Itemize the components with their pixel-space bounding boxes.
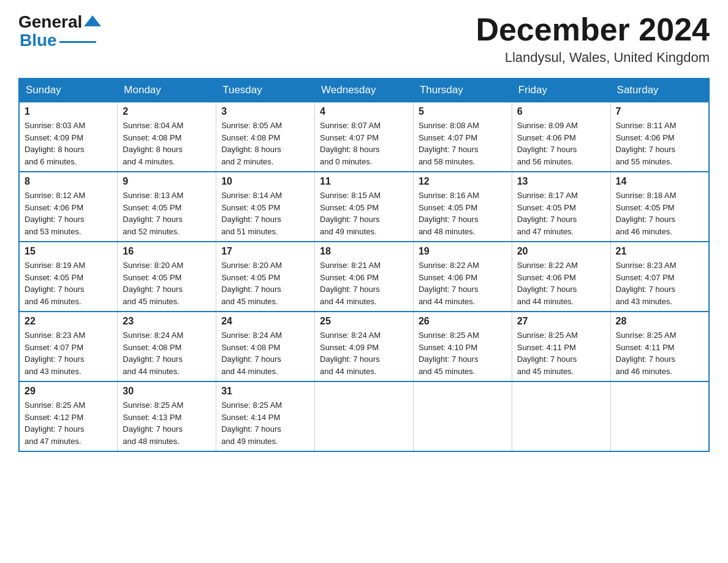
day-number: 13	[517, 176, 605, 187]
calendar-cell	[315, 381, 414, 451]
calendar-header-saturday: Saturday	[610, 79, 709, 102]
calendar-cell: 30Sunrise: 8:25 AMSunset: 4:13 PMDayligh…	[118, 381, 216, 451]
logo-general-text: General	[18, 12, 82, 32]
main-title: December 2024	[476, 12, 710, 47]
day-info: Sunrise: 8:24 AMSunset: 4:09 PMDaylight:…	[320, 329, 408, 377]
day-number: 18	[320, 246, 408, 257]
calendar-header-row: SundayMondayTuesdayWednesdayThursdayFrid…	[19, 79, 709, 102]
logo-blue-text: Blue	[20, 31, 57, 50]
calendar-header-tuesday: Tuesday	[216, 79, 315, 102]
calendar-cell: 3Sunrise: 8:05 AMSunset: 4:08 PMDaylight…	[216, 102, 315, 172]
day-number: 11	[320, 176, 408, 187]
calendar-cell: 25Sunrise: 8:24 AMSunset: 4:09 PMDayligh…	[315, 312, 414, 381]
day-number: 5	[419, 106, 507, 117]
day-number: 12	[419, 176, 507, 187]
day-number: 28	[616, 316, 703, 327]
calendar-header-monday: Monday	[118, 79, 216, 102]
calendar-header-thursday: Thursday	[413, 79, 512, 102]
day-info: Sunrise: 8:25 AMSunset: 4:11 PMDaylight:…	[517, 329, 605, 377]
day-info: Sunrise: 8:21 AMSunset: 4:06 PMDaylight:…	[320, 259, 408, 307]
calendar-cell: 4Sunrise: 8:07 AMSunset: 4:07 PMDaylight…	[315, 102, 414, 172]
title-section: December 2024 Llandysul, Wales, United K…	[476, 12, 710, 66]
day-info: Sunrise: 8:14 AMSunset: 4:05 PMDaylight:…	[221, 190, 309, 237]
calendar-header-sunday: Sunday	[19, 79, 118, 102]
day-info: Sunrise: 8:04 AMSunset: 4:08 PMDaylight:…	[123, 120, 211, 167]
day-number: 31	[221, 386, 309, 397]
day-info: Sunrise: 8:05 AMSunset: 4:08 PMDaylight:…	[221, 120, 309, 167]
calendar-cell: 24Sunrise: 8:24 AMSunset: 4:08 PMDayligh…	[216, 312, 315, 381]
calendar-cell: 12Sunrise: 8:16 AMSunset: 4:05 PMDayligh…	[413, 172, 512, 242]
day-info: Sunrise: 8:25 AMSunset: 4:13 PMDaylight:…	[123, 399, 211, 447]
day-number: 2	[123, 106, 211, 117]
day-info: Sunrise: 8:25 AMSunset: 4:11 PMDaylight:…	[616, 329, 703, 377]
day-number: 7	[616, 106, 703, 117]
calendar-cell: 27Sunrise: 8:25 AMSunset: 4:11 PMDayligh…	[512, 312, 610, 381]
day-info: Sunrise: 8:19 AMSunset: 4:05 PMDaylight:…	[25, 259, 112, 307]
calendar-cell: 22Sunrise: 8:23 AMSunset: 4:07 PMDayligh…	[19, 312, 118, 381]
day-number: 30	[123, 386, 211, 397]
calendar-cell: 23Sunrise: 8:24 AMSunset: 4:08 PMDayligh…	[118, 312, 216, 381]
day-info: Sunrise: 8:16 AMSunset: 4:05 PMDaylight:…	[419, 190, 507, 237]
day-number: 1	[25, 106, 112, 117]
day-number: 17	[221, 246, 309, 257]
day-info: Sunrise: 8:22 AMSunset: 4:06 PMDaylight:…	[419, 259, 507, 307]
day-number: 23	[123, 316, 211, 327]
calendar-week-row: 1Sunrise: 8:03 AMSunset: 4:09 PMDaylight…	[19, 102, 709, 172]
day-number: 9	[123, 176, 211, 187]
day-number: 22	[25, 316, 112, 327]
calendar-cell: 7Sunrise: 8:11 AMSunset: 4:06 PMDaylight…	[610, 102, 709, 172]
day-info: Sunrise: 8:25 AMSunset: 4:12 PMDaylight:…	[25, 399, 112, 447]
calendar-cell: 15Sunrise: 8:19 AMSunset: 4:05 PMDayligh…	[19, 242, 118, 312]
calendar-cell	[512, 381, 610, 451]
subtitle: Llandysul, Wales, United Kingdom	[476, 50, 710, 66]
calendar-cell: 14Sunrise: 8:18 AMSunset: 4:05 PMDayligh…	[610, 172, 709, 242]
day-info: Sunrise: 8:11 AMSunset: 4:06 PMDaylight:…	[616, 120, 703, 167]
calendar-cell: 29Sunrise: 8:25 AMSunset: 4:12 PMDayligh…	[19, 381, 118, 451]
page-header: General Blue December 2024 Llandysul, Wa…	[18, 12, 710, 66]
calendar-header-friday: Friday	[512, 79, 610, 102]
day-number: 29	[25, 386, 112, 397]
calendar-header-wednesday: Wednesday	[315, 79, 414, 102]
calendar-cell: 21Sunrise: 8:23 AMSunset: 4:07 PMDayligh…	[610, 242, 709, 312]
calendar-week-row: 8Sunrise: 8:12 AMSunset: 4:06 PMDaylight…	[19, 172, 709, 242]
calendar-cell: 1Sunrise: 8:03 AMSunset: 4:09 PMDaylight…	[19, 102, 118, 172]
day-number: 6	[517, 106, 605, 117]
calendar-cell: 16Sunrise: 8:20 AMSunset: 4:05 PMDayligh…	[118, 242, 216, 312]
day-number: 26	[419, 316, 507, 327]
calendar-cell	[413, 381, 512, 451]
calendar-week-row: 29Sunrise: 8:25 AMSunset: 4:12 PMDayligh…	[19, 381, 709, 451]
day-number: 8	[25, 176, 112, 187]
calendar-week-row: 22Sunrise: 8:23 AMSunset: 4:07 PMDayligh…	[19, 312, 709, 381]
calendar-cell: 8Sunrise: 8:12 AMSunset: 4:06 PMDaylight…	[19, 172, 118, 242]
day-number: 21	[616, 246, 703, 257]
day-info: Sunrise: 8:24 AMSunset: 4:08 PMDaylight:…	[221, 329, 309, 377]
logo-triangle-icon	[84, 15, 101, 26]
day-number: 14	[616, 176, 703, 187]
day-number: 10	[221, 176, 309, 187]
day-info: Sunrise: 8:20 AMSunset: 4:05 PMDaylight:…	[221, 259, 309, 307]
calendar-cell: 19Sunrise: 8:22 AMSunset: 4:06 PMDayligh…	[413, 242, 512, 312]
calendar-cell: 11Sunrise: 8:15 AMSunset: 4:05 PMDayligh…	[315, 172, 414, 242]
day-info: Sunrise: 8:08 AMSunset: 4:07 PMDaylight:…	[419, 120, 507, 167]
day-info: Sunrise: 8:17 AMSunset: 4:05 PMDaylight:…	[517, 190, 605, 237]
day-info: Sunrise: 8:09 AMSunset: 4:06 PMDaylight:…	[517, 120, 605, 167]
day-info: Sunrise: 8:07 AMSunset: 4:07 PMDaylight:…	[320, 120, 408, 167]
calendar-cell: 13Sunrise: 8:17 AMSunset: 4:05 PMDayligh…	[512, 172, 610, 242]
day-number: 19	[419, 246, 507, 257]
calendar-cell: 2Sunrise: 8:04 AMSunset: 4:08 PMDaylight…	[118, 102, 216, 172]
day-info: Sunrise: 8:25 AMSunset: 4:10 PMDaylight:…	[419, 329, 507, 377]
day-info: Sunrise: 8:23 AMSunset: 4:07 PMDaylight:…	[616, 259, 703, 307]
day-info: Sunrise: 8:15 AMSunset: 4:05 PMDaylight:…	[320, 190, 408, 237]
day-info: Sunrise: 8:25 AMSunset: 4:14 PMDaylight:…	[221, 399, 309, 447]
calendar-cell: 26Sunrise: 8:25 AMSunset: 4:10 PMDayligh…	[413, 312, 512, 381]
calendar-cell: 28Sunrise: 8:25 AMSunset: 4:11 PMDayligh…	[610, 312, 709, 381]
calendar-cell: 5Sunrise: 8:08 AMSunset: 4:07 PMDaylight…	[413, 102, 512, 172]
day-info: Sunrise: 8:22 AMSunset: 4:06 PMDaylight:…	[517, 259, 605, 307]
day-info: Sunrise: 8:20 AMSunset: 4:05 PMDaylight:…	[123, 259, 211, 307]
logo: General Blue	[18, 12, 101, 50]
calendar-table: SundayMondayTuesdayWednesdayThursdayFrid…	[18, 78, 710, 452]
day-info: Sunrise: 8:03 AMSunset: 4:09 PMDaylight:…	[25, 120, 112, 167]
calendar-cell: 20Sunrise: 8:22 AMSunset: 4:06 PMDayligh…	[512, 242, 610, 312]
calendar-cell: 6Sunrise: 8:09 AMSunset: 4:06 PMDaylight…	[512, 102, 610, 172]
calendar-cell: 9Sunrise: 8:13 AMSunset: 4:05 PMDaylight…	[118, 172, 216, 242]
